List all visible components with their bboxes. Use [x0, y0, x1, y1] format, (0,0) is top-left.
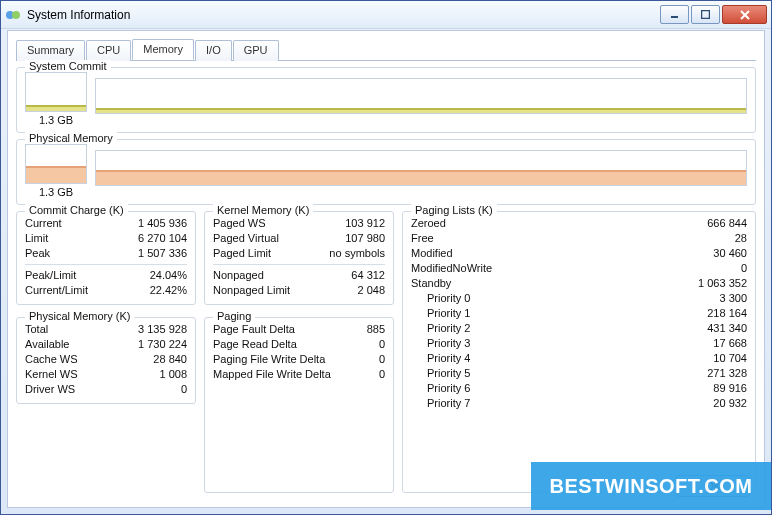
paging-lists-legend: Paging Lists (K): [411, 204, 497, 216]
stat-label: Modified: [411, 246, 453, 261]
stat-value: 1 507 336: [138, 246, 187, 261]
stat-value: 22.42%: [150, 283, 187, 298]
stat-row: Cache WS28 840: [25, 352, 187, 367]
stat-value: 1 008: [159, 367, 187, 382]
stat-row: Page Fault Delta885: [213, 322, 385, 337]
minimize-button[interactable]: [660, 5, 689, 24]
stat-label: Free: [411, 231, 434, 246]
stat-label: Mapped File Write Delta: [213, 367, 331, 382]
stat-label: Peak: [25, 246, 50, 261]
stat-value: 10 704: [713, 351, 747, 366]
tab-bar: SummaryCPUMemoryI/OGPU: [16, 39, 756, 61]
stat-label: Paged Limit: [213, 246, 271, 261]
stat-row: Kernel WS1 008: [25, 367, 187, 382]
stat-label: Peak/Limit: [25, 268, 76, 283]
stat-row: Paged WS103 912: [213, 216, 385, 231]
svg-rect-2: [671, 16, 678, 18]
kernel-memory-group: Kernel Memory (K) Paged WS103 912Paged V…: [204, 211, 394, 305]
stat-row: Priority 410 704: [411, 351, 747, 366]
stat-value: 666 844: [707, 216, 747, 231]
system-information-window: System Information SummaryCPUMemoryI/OGP…: [0, 0, 772, 515]
stat-row: Zeroed666 844: [411, 216, 747, 231]
stat-value: 271 328: [707, 366, 747, 381]
stat-value: 0: [379, 337, 385, 352]
stat-row: Total3 135 928: [25, 322, 187, 337]
stat-row: Peak/Limit24.04%: [25, 268, 187, 283]
stat-value: 89 916: [713, 381, 747, 396]
stat-label: Priority 3: [411, 336, 470, 351]
stat-value: 64 312: [351, 268, 385, 283]
client-area: SummaryCPUMemoryI/OGPU System Commit 1.3…: [7, 30, 765, 508]
stat-row: Free28: [411, 231, 747, 246]
stat-row: Priority 5271 328: [411, 366, 747, 381]
stat-label: Page Fault Delta: [213, 322, 295, 337]
stat-label: Page Read Delta: [213, 337, 297, 352]
tab-summary[interactable]: Summary: [16, 40, 85, 61]
system-commit-mini-graph: [25, 72, 87, 112]
stat-row: Priority 720 932: [411, 396, 747, 411]
stat-row: Priority 1218 164: [411, 306, 747, 321]
svg-rect-3: [702, 11, 710, 19]
stat-label: Priority 0: [411, 291, 470, 306]
kernel-memory-legend: Kernel Memory (K): [213, 204, 313, 216]
tab-gpu[interactable]: GPU: [233, 40, 279, 61]
stat-label: Priority 7: [411, 396, 470, 411]
stat-row: Paging File Write Delta0: [213, 352, 385, 367]
svg-point-1: [12, 11, 20, 19]
stat-label: Paged WS: [213, 216, 266, 231]
stat-value: 2 048: [357, 283, 385, 298]
stat-label: Zeroed: [411, 216, 446, 231]
stat-value: 6 270 104: [138, 231, 187, 246]
stat-row: Standby1 063 352: [411, 276, 747, 291]
stat-value: 3 135 928: [138, 322, 187, 337]
paging-group: Paging Page Fault Delta885Page Read Delt…: [204, 317, 394, 493]
stat-row: Paged Virtual107 980: [213, 231, 385, 246]
stat-value: 1 730 224: [138, 337, 187, 352]
stat-label: Standby: [411, 276, 451, 291]
stat-row: Peak1 507 336: [25, 246, 187, 261]
close-button[interactable]: [722, 5, 767, 24]
stat-label: Priority 1: [411, 306, 470, 321]
stat-label: Limit: [25, 231, 48, 246]
stat-row: Mapped File Write Delta0: [213, 367, 385, 382]
commit-charge-legend: Commit Charge (K): [25, 204, 128, 216]
physical-memory-detail-group: Physical Memory (K) Total3 135 928Availa…: [16, 317, 196, 404]
stat-row: Limit6 270 104: [25, 231, 187, 246]
physical-memory-group: Physical Memory 1.3 GB: [16, 139, 756, 205]
stat-value: 103 912: [345, 216, 385, 231]
stat-row: Priority 317 668: [411, 336, 747, 351]
stat-value: 17 668: [713, 336, 747, 351]
title-bar[interactable]: System Information: [1, 1, 771, 29]
stat-value: 0: [379, 367, 385, 382]
stat-row: Paged Limitno symbols: [213, 246, 385, 261]
stat-value: 0: [741, 261, 747, 276]
stat-row: Current/Limit22.42%: [25, 283, 187, 298]
paging-lists-group: Paging Lists (K) Zeroed666 844Free28Modi…: [402, 211, 756, 493]
physical-memory-strip-graph: [95, 150, 747, 186]
physical-memory-legend: Physical Memory: [25, 132, 117, 144]
stat-value: 28 840: [153, 352, 187, 367]
tab-memory[interactable]: Memory: [132, 39, 194, 60]
tab-cpu[interactable]: CPU: [86, 40, 131, 61]
physical-memory-detail-legend: Physical Memory (K): [25, 310, 134, 322]
stat-value: 431 340: [707, 321, 747, 336]
stat-value: 20 932: [713, 396, 747, 411]
stat-row: Modified30 460: [411, 246, 747, 261]
stat-row: Page Read Delta0: [213, 337, 385, 352]
paging-legend: Paging: [213, 310, 255, 322]
stat-label: Available: [25, 337, 69, 352]
stat-value: 0: [379, 352, 385, 367]
stat-label: ModifiedNoWrite: [411, 261, 492, 276]
stat-label: Paging File Write Delta: [213, 352, 325, 367]
stat-value: 3 300: [719, 291, 747, 306]
stat-label: Cache WS: [25, 352, 78, 367]
window-title: System Information: [27, 8, 658, 22]
maximize-button[interactable]: [691, 5, 720, 24]
tab-i-o[interactable]: I/O: [195, 40, 232, 61]
stat-label: Kernel WS: [25, 367, 78, 382]
stat-value: 1 063 352: [698, 276, 747, 291]
stat-label: Current: [25, 216, 62, 231]
physical-memory-mini-graph: [25, 144, 87, 184]
stat-row: Driver WS0: [25, 382, 187, 397]
stat-label: Total: [25, 322, 48, 337]
